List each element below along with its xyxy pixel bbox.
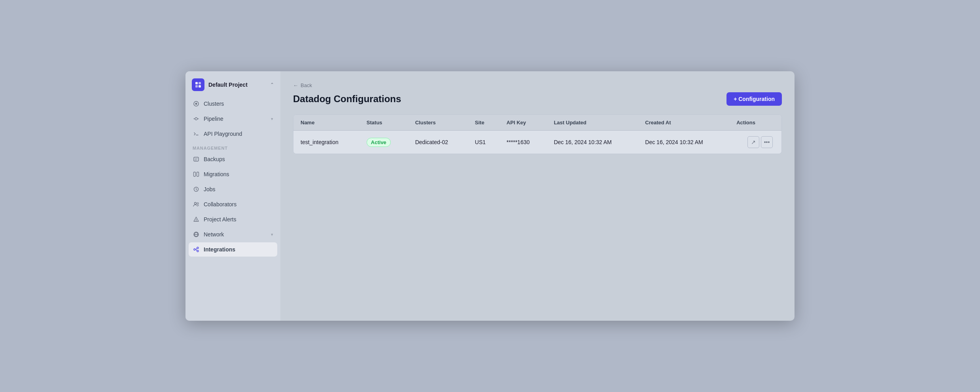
sidebar-item-backups[interactable]: Backups xyxy=(189,152,277,166)
page-header: Datadog Configurations + Configuration xyxy=(293,92,782,106)
project-selector[interactable]: Default Project ⌃ xyxy=(185,74,280,97)
svg-rect-8 xyxy=(197,172,199,177)
alerts-icon xyxy=(193,216,200,223)
col-api-key: API Key xyxy=(499,115,547,131)
col-status: Status xyxy=(359,115,408,131)
cell-status: Active xyxy=(359,131,408,154)
svg-point-5 xyxy=(195,103,197,105)
sidebar-item-label: Backups xyxy=(204,156,225,162)
table-header-row: Name Status Clusters Site API Key Last U… xyxy=(293,115,781,131)
col-clusters: Clusters xyxy=(408,115,468,131)
app-window: Default Project ⌃ Clusters xyxy=(185,71,795,321)
svg-rect-6 xyxy=(194,157,199,161)
col-actions: Actions xyxy=(729,115,781,131)
back-label: Back xyxy=(301,82,312,88)
backups-icon xyxy=(193,156,200,163)
cell-api-key: *****1630 xyxy=(499,131,547,154)
svg-rect-7 xyxy=(194,172,196,177)
sidebar-item-label: Clusters xyxy=(204,101,224,107)
project-name: Default Project xyxy=(208,82,266,88)
cell-created-at: Dec 16, 2024 10:32 AM xyxy=(638,131,729,154)
sidebar-item-label: API Playground xyxy=(204,131,242,137)
sidebar-item-label: Jobs xyxy=(204,186,216,192)
sidebar-item-collaborators[interactable]: Collaborators xyxy=(189,197,277,211)
project-logo xyxy=(192,78,204,91)
top-nav: Clusters Pipeline ▾ API Play xyxy=(185,97,280,141)
sidebar-item-label: Collaborators xyxy=(204,201,236,207)
cell-name: test_integration xyxy=(293,131,359,154)
sidebar: Default Project ⌃ Clusters xyxy=(185,71,280,321)
ellipsis-icon: ••• xyxy=(764,139,770,145)
sidebar-item-label: Project Alerts xyxy=(204,216,236,223)
open-external-button[interactable]: ↗ xyxy=(747,136,759,148)
api-icon xyxy=(193,130,200,137)
status-badge: Active xyxy=(367,138,391,147)
collaborators-icon xyxy=(193,201,200,208)
network-chevron-icon: ▾ xyxy=(271,232,273,237)
col-site: Site xyxy=(468,115,499,131)
sidebar-item-pipeline[interactable]: Pipeline ▾ xyxy=(189,112,277,126)
cell-last-updated: Dec 16, 2024 10:32 AM xyxy=(547,131,638,154)
table-row: test_integration Active Dedicated-02 US1… xyxy=(293,131,781,154)
cell-actions: ↗ ••• xyxy=(729,131,781,154)
sidebar-item-migrations[interactable]: Migrations xyxy=(189,167,277,181)
cell-site: US1 xyxy=(468,131,499,154)
migrations-icon xyxy=(193,171,200,178)
back-button[interactable]: ← Back xyxy=(293,82,312,88)
sidebar-item-integrations[interactable]: Integrations xyxy=(189,242,277,257)
more-options-button[interactable]: ••• xyxy=(761,136,773,148)
sidebar-item-label: Migrations xyxy=(204,171,229,177)
svg-point-13 xyxy=(194,249,195,250)
configurations-table: Name Status Clusters Site API Key Last U… xyxy=(293,115,781,154)
col-created-at: Created At xyxy=(638,115,729,131)
configurations-table-container: Name Status Clusters Site API Key Last U… xyxy=(293,114,782,154)
svg-point-10 xyxy=(195,202,197,204)
actions-cell: ↗ ••• xyxy=(736,136,774,148)
cell-clusters: Dedicated-02 xyxy=(408,131,468,154)
sidebar-item-label: Pipeline xyxy=(204,116,223,122)
sidebar-item-jobs[interactable]: Jobs xyxy=(189,182,277,196)
sidebar-item-label: Network xyxy=(204,231,224,238)
svg-point-11 xyxy=(197,203,199,204)
svg-rect-1 xyxy=(199,82,201,84)
integrations-icon xyxy=(193,246,200,253)
management-nav: Backups Migrations xyxy=(185,152,280,257)
jobs-icon xyxy=(193,186,200,193)
network-icon xyxy=(193,231,200,238)
back-arrow-icon: ← xyxy=(293,82,298,88)
sidebar-item-project-alerts[interactable]: Project Alerts xyxy=(189,212,277,226)
col-last-updated: Last Updated xyxy=(547,115,638,131)
management-section-label: Management xyxy=(185,141,280,152)
main-content: ← Back Datadog Configurations + Configur… xyxy=(280,71,795,321)
clusters-icon xyxy=(193,100,200,107)
pipeline-chevron-icon: ▾ xyxy=(271,116,273,122)
sidebar-item-label: Integrations xyxy=(204,246,235,253)
project-chevron-icon: ⌃ xyxy=(270,82,274,88)
svg-rect-0 xyxy=(195,82,198,84)
external-link-icon: ↗ xyxy=(751,139,756,145)
svg-rect-2 xyxy=(195,85,198,88)
sidebar-item-clusters[interactable]: Clusters xyxy=(189,97,277,111)
sidebar-item-api-playground[interactable]: API Playground xyxy=(189,127,277,141)
sidebar-item-network[interactable]: Network ▾ xyxy=(189,227,277,242)
col-name: Name xyxy=(293,115,359,131)
svg-rect-3 xyxy=(199,85,201,88)
page-title: Datadog Configurations xyxy=(293,93,401,105)
pipeline-icon xyxy=(193,115,200,122)
add-configuration-button[interactable]: + Configuration xyxy=(726,92,782,106)
